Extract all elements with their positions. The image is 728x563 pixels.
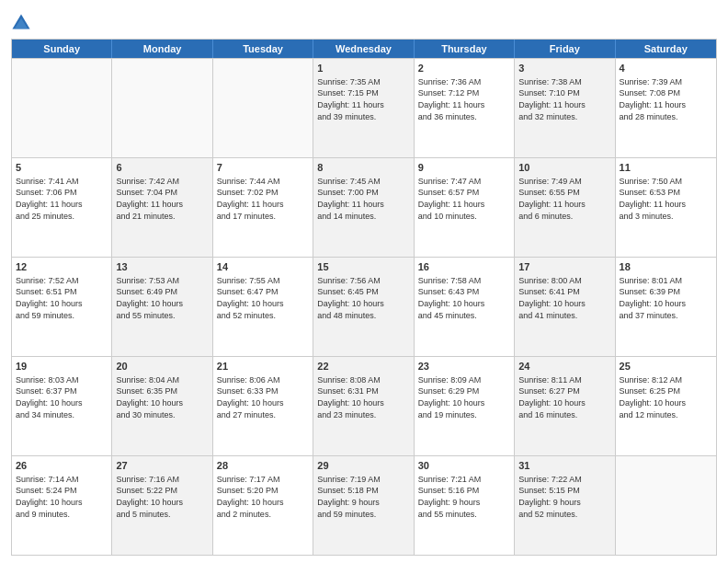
day-info: Sunrise: 7:50 AMSunset: 6:53 PMDaylight:…	[620, 176, 712, 222]
day-number: 26	[16, 459, 108, 473]
day-number: 12	[16, 260, 108, 274]
day-number: 6	[116, 161, 208, 175]
day-header-thursday: Thursday	[415, 40, 515, 58]
calendar-day-10: 10Sunrise: 7:49 AMSunset: 6:55 PMDayligh…	[515, 158, 615, 257]
calendar-day-18: 18Sunrise: 8:01 AMSunset: 6:39 PMDayligh…	[616, 258, 716, 356]
calendar-day-24: 24Sunrise: 8:11 AMSunset: 6:27 PMDayligh…	[515, 357, 615, 455]
day-info: Sunrise: 7:16 AMSunset: 5:22 PMDaylight:…	[116, 474, 208, 520]
day-info: Sunrise: 8:12 AMSunset: 6:25 PMDaylight:…	[620, 374, 712, 420]
calendar-empty-cell	[213, 59, 313, 157]
day-info: Sunrise: 7:14 AMSunset: 5:24 PMDaylight:…	[16, 474, 108, 520]
calendar-day-21: 21Sunrise: 8:06 AMSunset: 6:33 PMDayligh…	[213, 357, 313, 455]
day-number: 2	[418, 62, 510, 75]
day-number: 10	[518, 161, 610, 175]
day-info: Sunrise: 7:52 AMSunset: 6:51 PMDaylight:…	[16, 275, 108, 321]
day-info: Sunrise: 7:39 AMSunset: 7:08 PMDaylight:…	[620, 76, 712, 122]
day-header-sunday: Sunday	[12, 40, 112, 58]
day-info: Sunrise: 7:19 AMSunset: 5:18 PMDaylight:…	[317, 474, 409, 520]
day-info: Sunrise: 7:41 AMSunset: 7:06 PMDaylight:…	[16, 176, 108, 222]
day-info: Sunrise: 8:06 AMSunset: 6:33 PMDaylight:…	[217, 374, 309, 420]
day-number: 20	[116, 360, 208, 373]
calendar-day-7: 7Sunrise: 7:44 AMSunset: 7:02 PMDaylight…	[213, 158, 313, 257]
day-info: Sunrise: 7:38 AMSunset: 7:10 PMDaylight:…	[518, 76, 610, 122]
page-header	[11, 9, 717, 33]
day-info: Sunrise: 7:56 AMSunset: 6:45 PMDaylight:…	[317, 275, 409, 321]
calendar-day-11: 11Sunrise: 7:50 AMSunset: 6:53 PMDayligh…	[616, 158, 716, 257]
calendar-row-1: 1Sunrise: 7:35 AMSunset: 7:15 PMDaylight…	[12, 58, 716, 157]
calendar-day-25: 25Sunrise: 8:12 AMSunset: 6:25 PMDayligh…	[616, 357, 716, 455]
day-header-monday: Monday	[112, 40, 212, 58]
day-number: 7	[217, 161, 309, 175]
calendar-day-20: 20Sunrise: 8:04 AMSunset: 6:35 PMDayligh…	[112, 357, 212, 455]
day-info: Sunrise: 7:35 AMSunset: 7:15 PMDaylight:…	[317, 76, 409, 122]
day-number: 13	[116, 260, 208, 274]
day-header-saturday: Saturday	[616, 40, 716, 58]
day-number: 22	[317, 360, 409, 373]
day-info: Sunrise: 7:42 AMSunset: 7:04 PMDaylight:…	[116, 176, 208, 222]
calendar-empty-cell	[112, 59, 212, 157]
day-number: 19	[16, 360, 108, 373]
page-container: SundayMondayTuesdayWednesdayThursdayFrid…	[0, 0, 728, 563]
day-info: Sunrise: 8:01 AMSunset: 6:39 PMDaylight:…	[620, 275, 712, 321]
day-info: Sunrise: 7:55 AMSunset: 6:47 PMDaylight:…	[217, 275, 309, 321]
calendar-empty-cell	[12, 59, 112, 157]
calendar-day-17: 17Sunrise: 8:00 AMSunset: 6:41 PMDayligh…	[515, 258, 615, 356]
calendar-day-30: 30Sunrise: 7:21 AMSunset: 5:16 PMDayligh…	[415, 456, 515, 555]
calendar-day-15: 15Sunrise: 7:56 AMSunset: 6:45 PMDayligh…	[313, 258, 414, 356]
day-info: Sunrise: 7:21 AMSunset: 5:16 PMDaylight:…	[418, 474, 510, 520]
calendar-day-8: 8Sunrise: 7:45 AMSunset: 7:00 PMDaylight…	[313, 158, 414, 257]
day-number: 25	[620, 360, 712, 373]
day-info: Sunrise: 7:36 AMSunset: 7:12 PMDaylight:…	[418, 76, 510, 122]
calendar-empty-cell	[616, 456, 716, 555]
day-info: Sunrise: 8:04 AMSunset: 6:35 PMDaylight:…	[116, 374, 208, 420]
day-info: Sunrise: 7:45 AMSunset: 7:00 PMDaylight:…	[317, 176, 409, 222]
day-number: 4	[620, 62, 712, 75]
day-number: 17	[518, 260, 610, 274]
calendar-day-14: 14Sunrise: 7:55 AMSunset: 6:47 PMDayligh…	[213, 258, 313, 356]
day-info: Sunrise: 7:17 AMSunset: 5:20 PMDaylight:…	[217, 474, 309, 520]
day-number: 16	[418, 260, 510, 274]
calendar-day-27: 27Sunrise: 7:16 AMSunset: 5:22 PMDayligh…	[112, 456, 212, 555]
calendar-day-5: 5Sunrise: 7:41 AMSunset: 7:06 PMDaylight…	[12, 158, 112, 257]
day-info: Sunrise: 7:44 AMSunset: 7:02 PMDaylight:…	[217, 176, 309, 222]
logo-icon	[11, 13, 31, 33]
day-info: Sunrise: 8:00 AMSunset: 6:41 PMDaylight:…	[518, 275, 610, 321]
day-header-wednesday: Wednesday	[313, 40, 414, 58]
calendar-day-4: 4Sunrise: 7:39 AMSunset: 7:08 PMDaylight…	[616, 59, 716, 157]
day-info: Sunrise: 8:03 AMSunset: 6:37 PMDaylight:…	[16, 374, 108, 420]
calendar-day-22: 22Sunrise: 8:08 AMSunset: 6:31 PMDayligh…	[313, 357, 414, 455]
day-info: Sunrise: 7:49 AMSunset: 6:55 PMDaylight:…	[518, 176, 610, 222]
day-number: 18	[620, 260, 712, 274]
day-header-friday: Friday	[515, 40, 615, 58]
calendar-header: SundayMondayTuesdayWednesdayThursdayFrid…	[12, 40, 716, 58]
day-info: Sunrise: 7:22 AMSunset: 5:15 PMDaylight:…	[518, 474, 610, 520]
calendar-body: 1Sunrise: 7:35 AMSunset: 7:15 PMDaylight…	[12, 58, 716, 555]
calendar-day-26: 26Sunrise: 7:14 AMSunset: 5:24 PMDayligh…	[12, 456, 112, 555]
day-info: Sunrise: 7:58 AMSunset: 6:43 PMDaylight:…	[418, 275, 510, 321]
day-number: 3	[518, 62, 610, 75]
calendar-day-23: 23Sunrise: 8:09 AMSunset: 6:29 PMDayligh…	[415, 357, 515, 455]
day-number: 27	[116, 459, 208, 473]
day-info: Sunrise: 8:09 AMSunset: 6:29 PMDaylight:…	[418, 374, 510, 420]
calendar-row-2: 5Sunrise: 7:41 AMSunset: 7:06 PMDaylight…	[12, 157, 716, 257]
day-number: 29	[317, 459, 409, 473]
day-number: 15	[317, 260, 409, 274]
logo	[11, 13, 35, 33]
calendar-day-13: 13Sunrise: 7:53 AMSunset: 6:49 PMDayligh…	[112, 258, 212, 356]
calendar-day-9: 9Sunrise: 7:47 AMSunset: 6:57 PMDaylight…	[415, 158, 515, 257]
calendar-day-19: 19Sunrise: 8:03 AMSunset: 6:37 PMDayligh…	[12, 357, 112, 455]
day-number: 14	[217, 260, 309, 274]
day-number: 8	[317, 161, 409, 175]
day-number: 5	[16, 161, 108, 175]
day-number: 1	[317, 62, 409, 75]
day-info: Sunrise: 8:08 AMSunset: 6:31 PMDaylight:…	[317, 374, 409, 420]
calendar-day-31: 31Sunrise: 7:22 AMSunset: 5:15 PMDayligh…	[515, 456, 615, 555]
day-number: 31	[518, 459, 610, 473]
calendar-day-29: 29Sunrise: 7:19 AMSunset: 5:18 PMDayligh…	[313, 456, 414, 555]
calendar-day-2: 2Sunrise: 7:36 AMSunset: 7:12 PMDaylight…	[415, 59, 515, 157]
day-info: Sunrise: 8:11 AMSunset: 6:27 PMDaylight:…	[518, 374, 610, 420]
day-header-tuesday: Tuesday	[213, 40, 313, 58]
calendar: SundayMondayTuesdayWednesdayThursdayFrid…	[11, 39, 717, 556]
calendar-row-3: 12Sunrise: 7:52 AMSunset: 6:51 PMDayligh…	[12, 257, 716, 356]
day-number: 21	[217, 360, 309, 373]
